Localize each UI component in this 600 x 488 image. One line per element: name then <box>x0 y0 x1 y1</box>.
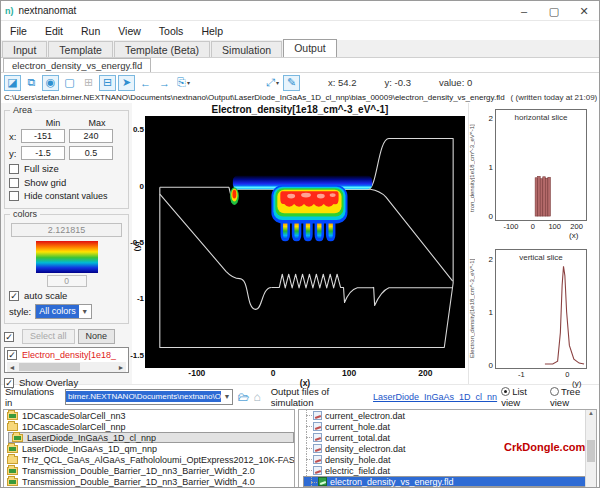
main-plot[interactable]: (y) 0.50-0.5-1-1.5 <box>145 116 465 368</box>
plot-image-icon[interactable]: ◪ <box>4 75 21 91</box>
auto-scale-checkbox-box[interactable] <box>9 291 19 301</box>
simulation-folder-item[interactable]: LaserDiode_InGaAs_1D_qm_nnp <box>4 443 294 454</box>
show-grid-checkbox[interactable]: Show grid <box>9 177 124 188</box>
content-area: Area MinMax x: -151 240 y: -1.5 0.5 Full… <box>1 103 599 384</box>
style-select[interactable]: All colors ▼ <box>35 304 92 319</box>
tick: 0 <box>565 370 569 379</box>
none-button[interactable]: None <box>78 329 116 344</box>
tab-simulation[interactable]: Simulation <box>211 41 282 57</box>
x-axis-label: (x) <box>145 378 465 388</box>
circle-select-icon[interactable]: ◉ <box>42 75 59 91</box>
vertical-scrollbar[interactable]: ▲ <box>585 410 596 487</box>
menu-item-edit[interactable]: Edit <box>36 25 72 37</box>
slice-panel: tron_density[1e18_cm^-3_eV^-1] 210 horiz… <box>468 103 599 384</box>
output-file-item[interactable]: current_hole.dat <box>299 421 596 432</box>
y-max-input[interactable]: 0.5 <box>69 146 113 160</box>
hslice-svg <box>496 110 586 220</box>
zoom-in-icon[interactable]: ⊞ <box>80 75 97 91</box>
simulation-folder-item[interactable]: LaserDiode_InGaAs_1D_cl_nnp <box>8 432 294 443</box>
document-tabs: electron_density_vs_energy.fld <box>1 58 599 73</box>
tick: 100 <box>548 222 561 231</box>
output-file-item[interactable]: electron_density_vs_energy.fld <box>303 476 596 487</box>
output-file-item[interactable]: electric_field.dat <box>299 465 596 476</box>
slice-icon[interactable]: ✎ <box>283 75 300 91</box>
tab-output[interactable]: Output <box>283 39 337 57</box>
tab-template[interactable]: Template <box>48 41 113 57</box>
series-horizontal-scrollbar[interactable]: ◄ ► <box>7 362 126 372</box>
auto-scale-checkbox[interactable]: auto scale <box>9 290 124 301</box>
series-item-checkbox[interactable] <box>7 350 17 360</box>
forward-icon[interactable]: → <box>156 75 173 91</box>
simulation-folder-item[interactable]: 1DCascadeSolarCell_nn3 <box>4 410 294 421</box>
data-file-icon <box>313 411 322 420</box>
select-all-button[interactable]: Select all <box>22 329 75 344</box>
menu-item-view[interactable]: View <box>109 25 150 37</box>
y-tick: -1.5 <box>118 350 144 359</box>
output-file-item[interactable]: current_electron.dat <box>299 410 596 421</box>
color-max-field[interactable]: 2.121815 <box>11 223 122 237</box>
output-file-item[interactable]: density_hole.dat <box>299 454 596 465</box>
maximize-button[interactable]: ▢ <box>539 1 569 21</box>
written-timestamp: ( (written today at 21:09) <box>511 93 598 102</box>
color-min-field[interactable]: 0 <box>47 275 87 287</box>
zoom-out-icon[interactable]: ⊟ <box>99 75 116 91</box>
data-file-icon <box>313 466 322 475</box>
full-size-checkbox[interactable]: Full size <box>9 163 124 174</box>
colors-group-title: colors <box>10 209 40 219</box>
menu-item-file[interactable]: File <box>1 25 36 37</box>
simulation-folder-list[interactable]: 1DCascadeSolarCell_nn31DCascadeSolarCell… <box>3 409 295 488</box>
simulation-folder-item[interactable]: THz_QCL_GaAs_AlGaAs_Fathololoumi_OptExpr… <box>4 454 294 465</box>
output-simulation-link[interactable]: LaserDiode_InGaAs_1D_cl_nn <box>373 392 497 402</box>
simulation-folder-item[interactable]: Transmission_Double_Barrier_1D_nn3_Barri… <box>4 465 294 476</box>
home-icon[interactable]: ⌂ <box>253 390 260 404</box>
x-min-input[interactable]: -151 <box>21 129 65 143</box>
tree-view-radio[interactable]: Tree view <box>550 386 599 408</box>
full-size-checkbox-box[interactable] <box>9 164 19 174</box>
horizontal-slice-plot[interactable]: horizontal slice <box>495 109 587 221</box>
file-label: current_electron.dat <box>325 411 405 421</box>
series-master-checkbox[interactable] <box>4 332 14 342</box>
simulations-path-combobox[interactable]: birner.NEXTNANO\Documents\nextnano\Outpu… <box>65 389 233 405</box>
hide-constant-values-checkbox[interactable]: Hide constant values <box>9 191 124 201</box>
tab-template-beta-[interactable]: Template (Beta) <box>114 41 210 57</box>
file-label: current_hole.dat <box>325 422 390 432</box>
x-range-row: x: -151 240 <box>9 129 124 143</box>
tick: 1 <box>481 308 493 317</box>
menu-item-tools[interactable]: Tools <box>150 25 193 37</box>
copy-icon[interactable]: ⧉ <box>23 75 40 91</box>
cursor-y-readout: y: -0.3 <box>385 77 411 88</box>
list-view-radio[interactable]: List view <box>501 386 546 408</box>
back-icon[interactable]: ← <box>137 75 154 91</box>
minimize-button[interactable]: – <box>509 1 539 21</box>
x-max-input[interactable]: 240 <box>69 129 113 143</box>
pointer-icon[interactable]: ➤ <box>118 75 135 91</box>
radio-icon[interactable] <box>550 387 559 396</box>
scroll-right-icon[interactable]: ► <box>116 364 126 371</box>
scrollbar-thumb[interactable] <box>587 440 595 462</box>
series-item-electron-density[interactable]: Electron_density[1e18_ <box>7 350 126 360</box>
scroll-left-icon[interactable]: ◄ <box>7 364 17 371</box>
show-grid-checkbox-box[interactable] <box>9 178 19 188</box>
menu-item-help[interactable]: Help <box>192 25 232 37</box>
menu-item-run[interactable]: Run <box>72 25 109 37</box>
folder-icon <box>7 423 18 431</box>
hide-constant-values-checkbox-box[interactable] <box>9 191 19 201</box>
simulation-folder-item[interactable]: Transmission_Double_Barrier_1D_nn3_Barri… <box>4 476 294 487</box>
rectangle-select-icon[interactable]: ▢ <box>61 75 78 91</box>
scrollbar-thumb[interactable] <box>19 363 80 371</box>
radio-icon[interactable] <box>501 387 510 396</box>
vertical-slice-card: Electron_density[1e18_cm^-3_eV^-1] 210 v… <box>469 243 599 384</box>
tab-input[interactable]: Input <box>2 41 47 57</box>
x-tick: 100 <box>342 368 356 378</box>
export-icon[interactable]: ⎘▾ <box>175 75 192 91</box>
folder-label: LaserDiode_InGaAs_1D_qm_nnp <box>22 444 157 454</box>
vertical-slice-plot[interactable]: vertical slice <box>495 249 587 369</box>
main-tabs: InputTemplateTemplate (Beta)SimulationOu… <box>1 40 599 58</box>
y-min-input[interactable]: -1.5 <box>21 146 65 160</box>
open-folder-icon[interactable]: 🗁 <box>237 390 249 404</box>
folder-label: Transmission_Double_Barrier_1D_nn3_Barri… <box>22 466 255 476</box>
close-button[interactable]: ✕ <box>569 1 599 21</box>
simulation-folder-item[interactable]: 1DCascadeSolarCell_nnp <box>4 421 294 432</box>
fit-view-icon[interactable]: ⤢▾ <box>264 75 281 91</box>
doc-tab-electron-density[interactable]: electron_density_vs_energy.fld <box>3 58 151 72</box>
